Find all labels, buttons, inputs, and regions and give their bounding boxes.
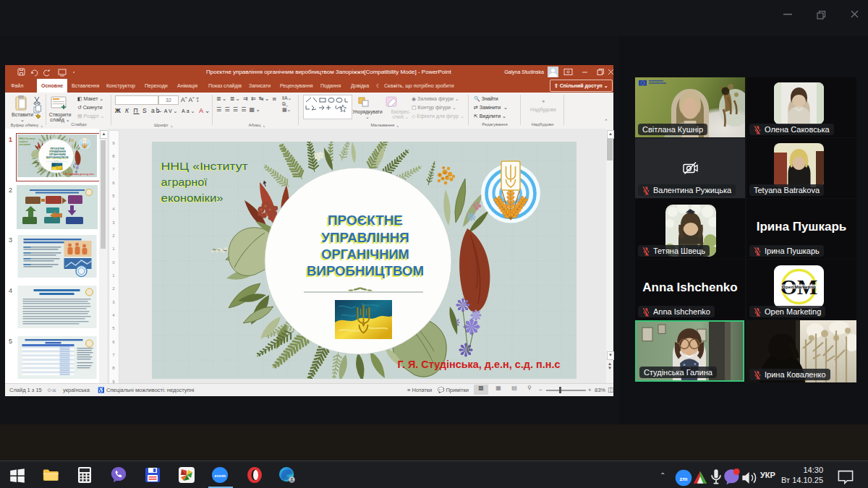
svg-text:zm: zm: [680, 476, 688, 482]
svg-text:zoom: zoom: [214, 474, 226, 478]
svg-text:Open Marketing: Open Marketing: [782, 284, 816, 289]
